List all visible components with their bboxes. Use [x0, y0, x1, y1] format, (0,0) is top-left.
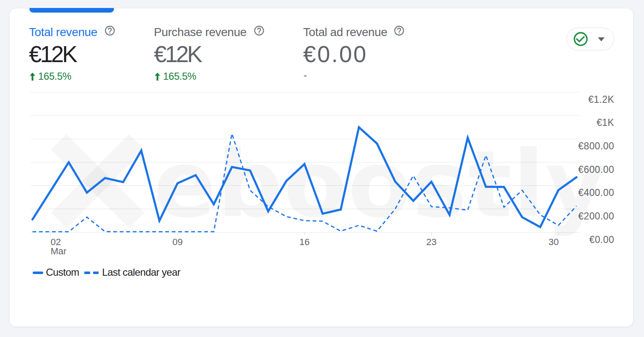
y-axis-label: €200.00 [578, 211, 614, 222]
legend-swatch-solid [33, 272, 43, 274]
y-axis-label: €800.00 [578, 141, 614, 152]
legend-swatch-dashed [84, 272, 99, 274]
legend-label[interactable]: Custom [46, 267, 79, 277]
watermark-text: eboostly [153, 131, 606, 238]
y-axis-label: €0.00 [589, 234, 614, 245]
y-axis-label: €1.2K [588, 94, 614, 105]
x-axis-label: 23 [426, 237, 436, 247]
x-axis-label: 09 [172, 237, 182, 247]
chart-legend: Custom Last calendar year [33, 269, 242, 284]
legend-label[interactable]: Last calendar year [102, 267, 181, 277]
x-axis-label: 30 [548, 237, 558, 247]
x-axis-sublabel: Mar [51, 246, 67, 256]
y-axis-label: €600.00 [578, 164, 614, 175]
y-axis-label: €1K [597, 117, 614, 128]
y-axis-label: €400.00 [578, 187, 614, 198]
page: Total revenue €12K 165.5% Purchase reven… [0, 0, 644, 337]
x-axis-label: 16 [299, 237, 309, 247]
chart-card: Total revenue €12K 165.5% Purchase reven… [9, 8, 634, 327]
